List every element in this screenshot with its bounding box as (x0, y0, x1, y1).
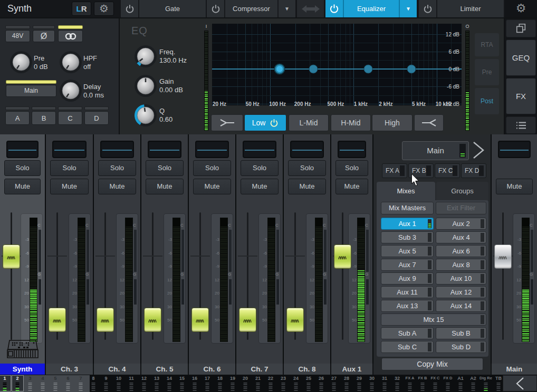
copy-mix-button[interactable]: Copy Mix (381, 358, 483, 370)
bridge-meter-15[interactable] (180, 381, 184, 391)
channel-eq-thumbnail[interactable] (243, 141, 276, 158)
mix-button-sub-a[interactable]: Sub A (381, 327, 434, 339)
mix-button-aux-5[interactable]: Aux 5 (381, 245, 434, 257)
bridge-meter-18[interactable] (218, 381, 222, 391)
bridge-meter-30[interactable] (370, 381, 374, 391)
channel-label-ch-5[interactable]: Ch. 5 (141, 364, 188, 375)
bridge-meter-1[interactable] (3, 381, 7, 391)
eq-gain-knob[interactable] (134, 74, 157, 100)
mute-button[interactable]: Mute (241, 179, 279, 194)
channel-label-main[interactable]: Main (492, 364, 537, 375)
mute-button[interactable]: Mute (496, 179, 533, 194)
mix-button-aux-10[interactable]: Aux 10 (436, 272, 486, 285)
bridge-meter-31[interactable] (383, 381, 387, 391)
mute-button[interactable]: Mute (4, 179, 41, 194)
monitor-post-button[interactable]: Post (475, 88, 499, 114)
eq-band-low-button[interactable]: Low (244, 114, 286, 131)
bridge-meter-14[interactable] (168, 381, 171, 391)
bridge-meter-21[interactable] (256, 381, 260, 391)
eq-point-low[interactable] (274, 64, 285, 75)
bridge-meter-a2[interactable] (472, 381, 475, 391)
solo-button[interactable]: Solo (146, 160, 184, 176)
bridge-meter-2[interactable] (16, 381, 20, 391)
gate-tab[interactable]: Gate (139, 0, 206, 17)
solo-button[interactable]: Solo (4, 160, 41, 176)
scene-list-button[interactable] (506, 116, 536, 134)
stereo-link-button[interactable] (58, 25, 83, 42)
eq-point-high[interactable] (407, 65, 416, 74)
mix-button-aux-1[interactable]: Aux 1 (381, 218, 434, 230)
bridge-meter-26[interactable] (320, 381, 323, 391)
mute-button[interactable]: Mute (335, 179, 368, 194)
eq-band-high-button[interactable]: High (372, 114, 413, 131)
preamp-knob[interactable] (9, 51, 33, 76)
compressor-power-button[interactable] (207, 0, 225, 17)
bridge-meter-4[interactable] (41, 381, 45, 391)
channel-label-aux-1[interactable]: Aux 1 (331, 364, 372, 375)
eq-response-graph[interactable]: 12 dB6 dB0 dB-6 dB-12 dB (212, 24, 462, 105)
fx-reorder-button[interactable] (297, 0, 324, 17)
mix-button-sub-c[interactable]: Sub C (381, 341, 434, 353)
limiter-power-button[interactable] (419, 0, 437, 17)
fx-send-fx-d[interactable]: FX D (461, 163, 486, 178)
channel-eq-thumbnail[interactable] (52, 141, 87, 158)
eq-point-h-mid[interactable] (363, 65, 372, 74)
mix-button-mtx-15[interactable]: Mtx 15 (381, 313, 486, 326)
mute-button[interactable]: Mute (288, 179, 326, 194)
solo-button[interactable]: Solo (98, 160, 136, 176)
mix-button-sub-d[interactable]: Sub D (436, 341, 486, 353)
mix-button-aux-11[interactable]: Aux 11 (381, 286, 434, 298)
tab-mixes[interactable]: Mixes (377, 182, 435, 201)
bridge-meter-dig-re[interactable] (484, 381, 488, 391)
solo-button[interactable]: Solo (241, 160, 279, 176)
compressor-tab[interactable]: Compressor (225, 0, 277, 17)
filter-mix-masters[interactable]: Mix Masters (381, 202, 434, 214)
equalizer-power-button[interactable] (325, 0, 344, 17)
bridge-meter-6[interactable] (66, 381, 70, 391)
mix-button-sub-b[interactable]: Sub B (436, 327, 486, 339)
mix-button-aux-2[interactable]: Aux 2 (436, 218, 486, 230)
mix-button-aux-14[interactable]: Aux 14 (436, 300, 486, 312)
bridge-meter-22[interactable] (269, 381, 273, 391)
mix-button-sub-3[interactable]: Sub 3 (381, 231, 434, 243)
bridge-meter-23[interactable] (282, 381, 285, 391)
bridge-meter-32[interactable] (396, 381, 399, 391)
geq-button[interactable]: GEQ (506, 40, 536, 76)
mute-button[interactable]: Mute (98, 179, 136, 194)
fader-cap[interactable] (97, 308, 114, 332)
bridge-meter-17[interactable] (206, 381, 209, 391)
group-assign-c[interactable]: C (58, 106, 82, 125)
fader-cap[interactable] (3, 244, 20, 269)
fader-cap[interactable] (239, 308, 256, 332)
group-assign-b[interactable]: B (32, 106, 56, 125)
eq-q-knob[interactable] (134, 104, 157, 129)
main-mix-button[interactable]: Main (402, 141, 469, 160)
delay-knob[interactable] (59, 79, 82, 104)
global-settings-gear-icon[interactable]: ⚙ (505, 0, 537, 17)
bridge-meter-12[interactable] (142, 381, 146, 391)
fx-button[interactable]: FX (506, 78, 536, 114)
bridge-meter-27[interactable] (332, 381, 336, 391)
tab-groups[interactable]: Groups (436, 182, 488, 201)
bridge-meter-9[interactable] (104, 381, 108, 391)
bridge-meter-fx-d[interactable] (446, 381, 450, 391)
bridge-meter-tb[interactable] (497, 381, 501, 391)
bridge-meter-20[interactable] (244, 381, 247, 391)
mix-button-aux-8[interactable]: Aux 8 (436, 259, 486, 271)
channel-label-ch-6[interactable]: Ch. 6 (189, 364, 235, 375)
gate-power-button[interactable] (121, 0, 139, 17)
bridge-meter-29[interactable] (358, 381, 361, 391)
mute-button[interactable]: Mute (146, 179, 184, 194)
bridge-meter-fx-c[interactable] (434, 381, 437, 391)
bridge-meter-25[interactable] (307, 381, 311, 391)
channel-label-synth[interactable]: Synth (0, 364, 45, 375)
limiter-tab[interactable]: Limiter (437, 0, 504, 17)
bridge-meter-fx-b[interactable] (421, 381, 425, 391)
bridge-meter-28[interactable] (345, 381, 349, 391)
fader-cap[interactable] (144, 308, 161, 332)
eq-band-h-mid-button[interactable]: H-Mid (331, 114, 371, 131)
channel-label-ch-7[interactable]: Ch. 7 (236, 364, 283, 375)
mute-button[interactable]: Mute (50, 179, 89, 194)
fader-track[interactable] (502, 212, 504, 340)
mute-button[interactable]: Mute (193, 179, 231, 194)
